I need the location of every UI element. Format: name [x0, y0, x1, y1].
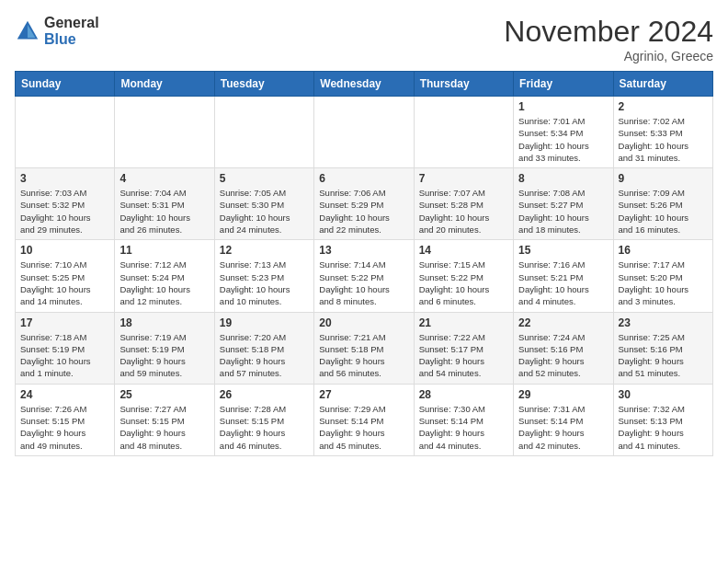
day-info: Sunrise: 7:07 AM Sunset: 5:28 PM Dayligh… — [419, 187, 508, 236]
weekday-header-tuesday: Tuesday — [214, 72, 313, 97]
day-number: 25 — [119, 388, 209, 401]
day-info: Sunrise: 7:21 AM Sunset: 5:18 PM Dayligh… — [319, 331, 408, 380]
day-number: 13 — [319, 244, 408, 257]
day-number: 5 — [220, 172, 309, 185]
calendar-cell: 20Sunrise: 7:21 AM Sunset: 5:18 PM Dayli… — [314, 312, 414, 384]
day-number: 29 — [518, 388, 608, 401]
day-info: Sunrise: 7:01 AM Sunset: 5:34 PM Dayligh… — [518, 115, 608, 164]
day-info: Sunrise: 7:32 AM Sunset: 5:13 PM Dayligh… — [619, 403, 708, 452]
day-info: Sunrise: 7:14 AM Sunset: 5:22 PM Dayligh… — [319, 259, 408, 307]
calendar-cell: 14Sunrise: 7:15 AM Sunset: 5:22 PM Dayli… — [414, 240, 513, 312]
weekday-header-saturday: Saturday — [613, 72, 712, 97]
day-info: Sunrise: 7:30 AM Sunset: 5:14 PM Dayligh… — [419, 403, 508, 452]
calendar-week-3: 10Sunrise: 7:10 AM Sunset: 5:25 PM Dayli… — [16, 240, 713, 312]
day-info: Sunrise: 7:13 AM Sunset: 5:23 PM Dayligh… — [220, 259, 309, 307]
day-number: 4 — [119, 172, 209, 185]
calendar-cell: 11Sunrise: 7:12 AM Sunset: 5:24 PM Dayli… — [115, 240, 214, 312]
calendar-week-4: 17Sunrise: 7:18 AM Sunset: 5:19 PM Dayli… — [16, 312, 713, 384]
day-info: Sunrise: 7:17 AM Sunset: 5:20 PM Dayligh… — [619, 259, 708, 307]
day-number: 11 — [119, 244, 209, 257]
day-number: 19 — [220, 316, 309, 329]
calendar-cell: 12Sunrise: 7:13 AM Sunset: 5:23 PM Dayli… — [214, 240, 313, 312]
day-number: 15 — [518, 244, 608, 257]
day-info: Sunrise: 7:29 AM Sunset: 5:14 PM Dayligh… — [319, 403, 408, 452]
day-info: Sunrise: 7:10 AM Sunset: 5:25 PM Dayligh… — [20, 259, 109, 307]
calendar-cell: 26Sunrise: 7:28 AM Sunset: 5:15 PM Dayli… — [214, 384, 313, 455]
day-info: Sunrise: 7:18 AM Sunset: 5:19 PM Dayligh… — [20, 331, 109, 380]
day-number: 26 — [220, 388, 309, 401]
calendar-cell: 25Sunrise: 7:27 AM Sunset: 5:15 PM Dayli… — [115, 384, 214, 455]
day-info: Sunrise: 7:20 AM Sunset: 5:18 PM Dayligh… — [220, 331, 309, 380]
calendar-cell: 3Sunrise: 7:03 AM Sunset: 5:32 PM Daylig… — [16, 168, 115, 240]
day-info: Sunrise: 7:24 AM Sunset: 5:16 PM Dayligh… — [518, 331, 608, 380]
day-info: Sunrise: 7:16 AM Sunset: 5:21 PM Dayligh… — [518, 259, 608, 307]
calendar-cell: 18Sunrise: 7:19 AM Sunset: 5:19 PM Dayli… — [115, 312, 214, 384]
calendar-cell — [414, 97, 513, 168]
calendar-cell: 30Sunrise: 7:32 AM Sunset: 5:13 PM Dayli… — [613, 384, 712, 455]
calendar-cell: 22Sunrise: 7:24 AM Sunset: 5:16 PM Dayli… — [514, 312, 613, 384]
day-info: Sunrise: 7:09 AM Sunset: 5:26 PM Dayligh… — [619, 187, 708, 236]
day-number: 10 — [20, 244, 109, 257]
day-info: Sunrise: 7:12 AM Sunset: 5:24 PM Dayligh… — [119, 259, 209, 307]
calendar-cell: 8Sunrise: 7:08 AM Sunset: 5:27 PM Daylig… — [514, 168, 613, 240]
weekday-header-sunday: Sunday — [16, 72, 115, 97]
day-number: 9 — [619, 172, 708, 185]
calendar-cell: 2Sunrise: 7:02 AM Sunset: 5:33 PM Daylig… — [613, 97, 712, 168]
day-info: Sunrise: 7:05 AM Sunset: 5:30 PM Dayligh… — [220, 187, 309, 236]
calendar-cell: 23Sunrise: 7:25 AM Sunset: 5:16 PM Dayli… — [613, 312, 712, 384]
calendar-cell: 15Sunrise: 7:16 AM Sunset: 5:21 PM Dayli… — [514, 240, 613, 312]
day-number: 17 — [20, 316, 109, 329]
day-number: 27 — [319, 388, 408, 401]
day-number: 2 — [619, 100, 708, 113]
calendar-cell: 24Sunrise: 7:26 AM Sunset: 5:15 PM Dayli… — [16, 384, 115, 455]
page-header: General Blue November 2024 Agrinio, Gree… — [15, 15, 713, 63]
day-number: 1 — [518, 100, 608, 113]
calendar-week-5: 24Sunrise: 7:26 AM Sunset: 5:15 PM Dayli… — [16, 384, 713, 455]
day-number: 3 — [20, 172, 109, 185]
day-info: Sunrise: 7:19 AM Sunset: 5:19 PM Dayligh… — [119, 331, 209, 380]
calendar-cell — [314, 97, 414, 168]
calendar-cell: 21Sunrise: 7:22 AM Sunset: 5:17 PM Dayli… — [414, 312, 513, 384]
day-info: Sunrise: 7:26 AM Sunset: 5:15 PM Dayligh… — [20, 403, 109, 452]
day-info: Sunrise: 7:22 AM Sunset: 5:17 PM Dayligh… — [419, 331, 508, 380]
day-info: Sunrise: 7:31 AM Sunset: 5:14 PM Dayligh… — [518, 403, 608, 452]
calendar-cell: 9Sunrise: 7:09 AM Sunset: 5:26 PM Daylig… — [613, 168, 712, 240]
calendar-cell: 10Sunrise: 7:10 AM Sunset: 5:25 PM Dayli… — [16, 240, 115, 312]
day-number: 21 — [419, 316, 508, 329]
day-number: 28 — [419, 388, 508, 401]
weekday-header-wednesday: Wednesday — [314, 72, 414, 97]
day-info: Sunrise: 7:15 AM Sunset: 5:22 PM Dayligh… — [419, 259, 508, 307]
calendar-cell: 4Sunrise: 7:04 AM Sunset: 5:31 PM Daylig… — [115, 168, 214, 240]
day-number: 12 — [220, 244, 309, 257]
day-info: Sunrise: 7:02 AM Sunset: 5:33 PM Dayligh… — [619, 115, 708, 164]
day-number: 16 — [619, 244, 708, 257]
month-title: November 2024 — [504, 15, 713, 49]
day-number: 23 — [619, 316, 708, 329]
logo-general: General — [44, 15, 99, 31]
calendar-cell: 16Sunrise: 7:17 AM Sunset: 5:20 PM Dayli… — [613, 240, 712, 312]
day-number: 20 — [319, 316, 408, 329]
day-number: 24 — [20, 388, 109, 401]
weekday-header-thursday: Thursday — [414, 72, 513, 97]
day-info: Sunrise: 7:06 AM Sunset: 5:29 PM Dayligh… — [319, 187, 408, 236]
calendar-cell: 28Sunrise: 7:30 AM Sunset: 5:14 PM Dayli… — [414, 384, 513, 455]
day-number: 6 — [319, 172, 408, 185]
calendar-cell — [16, 97, 115, 168]
day-info: Sunrise: 7:03 AM Sunset: 5:32 PM Dayligh… — [20, 187, 109, 236]
calendar-cell: 13Sunrise: 7:14 AM Sunset: 5:22 PM Dayli… — [314, 240, 414, 312]
weekday-header-row: SundayMondayTuesdayWednesdayThursdayFrid… — [16, 72, 713, 97]
calendar-cell: 19Sunrise: 7:20 AM Sunset: 5:18 PM Dayli… — [214, 312, 313, 384]
day-number: 22 — [518, 316, 608, 329]
day-number: 30 — [619, 388, 708, 401]
day-info: Sunrise: 7:25 AM Sunset: 5:16 PM Dayligh… — [619, 331, 708, 380]
weekday-header-monday: Monday — [115, 72, 214, 97]
day-info: Sunrise: 7:04 AM Sunset: 5:31 PM Dayligh… — [119, 187, 209, 236]
calendar-cell: 27Sunrise: 7:29 AM Sunset: 5:14 PM Dayli… — [314, 384, 414, 455]
title-block: November 2024 Agrinio, Greece — [504, 15, 713, 63]
calendar-cell: 17Sunrise: 7:18 AM Sunset: 5:19 PM Dayli… — [16, 312, 115, 384]
day-number: 7 — [419, 172, 508, 185]
calendar-cell — [214, 97, 313, 168]
logo-icon — [15, 18, 40, 44]
location-subtitle: Agrinio, Greece — [504, 49, 713, 63]
calendar-week-1: 1Sunrise: 7:01 AM Sunset: 5:34 PM Daylig… — [16, 97, 713, 168]
